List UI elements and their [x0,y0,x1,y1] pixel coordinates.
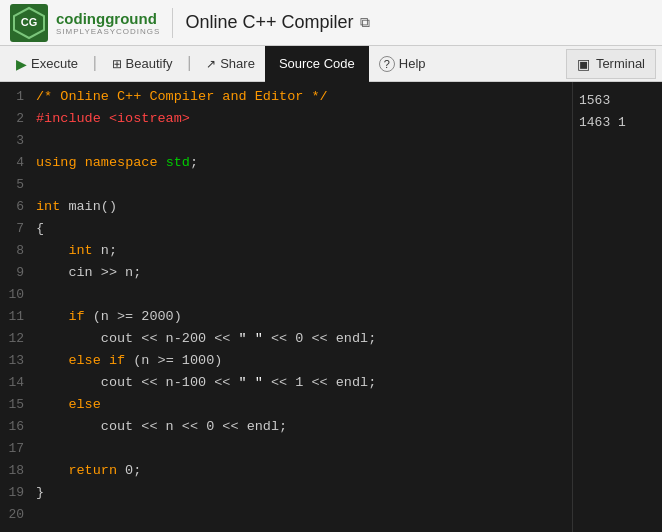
execute-label: Execute [31,56,78,71]
line-content: } [36,482,44,504]
line-content: cout << n-200 << " " << 0 << endl; [36,328,376,350]
line-number: 1 [0,86,36,108]
line-number: 13 [0,350,36,372]
line-content: using namespace std; [36,152,198,174]
table-row: 19 } [0,482,572,504]
line-content [36,174,44,196]
line-number: 5 [0,174,36,196]
table-row: 7 { [0,218,572,240]
line-content: cout << n << 0 << endl; [36,416,287,438]
terminal-label: Terminal [596,56,645,71]
terminal-panel: 1563 1463 1 [572,82,662,532]
page-title: Online C++ Compiler [185,12,353,33]
line-content [36,130,44,152]
line-number: 10 [0,284,36,306]
share-button[interactable]: ↗ Share [196,46,265,82]
terminal-output-line: 1463 1 [579,112,656,134]
table-row: 11 if (n >= 2000) [0,306,572,328]
main-area: 1 /* Online C++ Compiler and Editor */ 2… [0,82,662,532]
table-row: 5 [0,174,572,196]
line-content [36,504,44,526]
line-number: 8 [0,240,36,262]
line-number: 19 [0,482,36,504]
table-row: 4 using namespace std; [0,152,572,174]
line-number: 20 [0,504,36,526]
logo-tagline: SIMPLYEASYCODINGS [56,27,160,36]
table-row: 2 #include <iostream> [0,108,572,130]
external-link-icon[interactable]: ⧉ [360,15,370,31]
line-number: 3 [0,130,36,152]
line-number: 18 [0,460,36,482]
share-label: Share [220,56,255,71]
line-content: /* Online C++ Compiler and Editor */ [36,86,328,108]
share-icon: ↗ [206,57,216,71]
line-content: cin >> n; [36,262,141,284]
line-number: 15 [0,394,36,416]
title-area: Online C++ Compiler ⧉ [185,12,369,33]
line-number: 6 [0,196,36,218]
separator-1: | [88,55,102,73]
line-content: else [36,394,101,416]
logo-icon: CG [10,4,48,42]
table-row: 10 [0,284,572,306]
terminal-output-line: 1563 [579,90,656,112]
table-row: 17 [0,438,572,460]
line-number: 2 [0,108,36,130]
terminal-icon: ▣ [577,56,590,72]
table-row: 16 cout << n << 0 << endl; [0,416,572,438]
terminal-panel-button[interactable]: ▣ Terminal [566,49,656,79]
line-number: 7 [0,218,36,240]
table-row: 14 cout << n-100 << " " << 1 << endl; [0,372,572,394]
table-row: 15 else [0,394,572,416]
line-number: 11 [0,306,36,328]
execute-button[interactable]: ▶ Execute [6,46,88,82]
beautify-icon: ⊞ [112,57,122,71]
source-code-tab[interactable]: Source Code [265,46,369,82]
logo-text: codingground SIMPLYEASYCODINGS [56,10,160,36]
table-row: 6 int main() [0,196,572,218]
line-content: if (n >= 2000) [36,306,182,328]
svg-text:CG: CG [21,16,38,28]
logo-area: CG codingground SIMPLYEASYCODINGS [10,4,160,42]
line-content: return 0; [36,460,141,482]
table-row: 1 /* Online C++ Compiler and Editor */ [0,86,572,108]
line-number: 17 [0,438,36,460]
separator-2: | [183,55,197,73]
line-content [36,284,44,306]
table-row: 8 int n; [0,240,572,262]
line-number: 12 [0,328,36,350]
line-content: else if (n >= 1000) [36,350,222,372]
line-content: int n; [36,240,117,262]
code-editor[interactable]: 1 /* Online C++ Compiler and Editor */ 2… [0,82,572,532]
table-row: 18 return 0; [0,460,572,482]
help-button[interactable]: ? Help [369,46,436,82]
line-content: int main() [36,196,117,218]
line-number: 4 [0,152,36,174]
logo-brand: codingground [56,10,160,27]
execute-icon: ▶ [16,56,27,72]
header: CG codingground SIMPLYEASYCODINGS Online… [0,0,662,46]
table-row: 13 else if (n >= 1000) [0,350,572,372]
code-lines: 1 /* Online C++ Compiler and Editor */ 2… [0,82,572,530]
help-label: Help [399,56,426,71]
table-row: 20 [0,504,572,526]
line-content: #include <iostream> [36,108,190,130]
line-number: 14 [0,372,36,394]
line-number: 16 [0,416,36,438]
table-row: 9 cin >> n; [0,262,572,284]
header-divider [172,8,173,38]
line-content: cout << n-100 << " " << 1 << endl; [36,372,376,394]
help-icon: ? [379,56,395,72]
beautify-label: Beautify [126,56,173,71]
line-content [36,438,44,460]
beautify-button[interactable]: ⊞ Beautify [102,46,183,82]
line-content: { [36,218,44,240]
source-code-label: Source Code [279,56,355,71]
table-row: 12 cout << n-200 << " " << 0 << endl; [0,328,572,350]
table-row: 3 [0,130,572,152]
toolbar: ▶ Execute | ⊞ Beautify | ↗ Share Source … [0,46,662,82]
line-number: 9 [0,262,36,284]
